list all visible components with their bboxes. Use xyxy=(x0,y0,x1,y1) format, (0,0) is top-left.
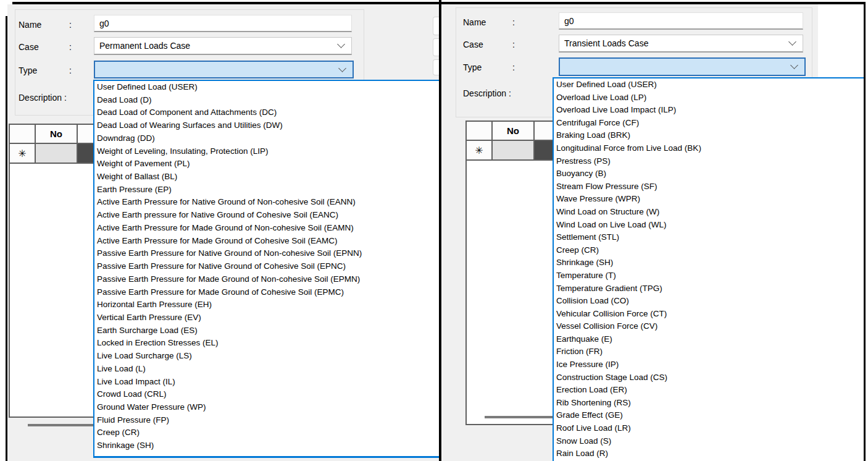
type-option[interactable]: User Defined Load (USER) xyxy=(94,81,440,94)
type-option[interactable]: Construction Stage Load (CS) xyxy=(554,371,866,384)
type-option[interactable]: Creep (CR) xyxy=(554,244,866,257)
type-option[interactable]: Dead Load of Wearing Surfaces and Utilit… xyxy=(94,119,440,132)
grid-body[interactable] xyxy=(10,164,94,417)
grid-no-header[interactable]: No xyxy=(493,122,533,140)
type-option[interactable]: Wave Pressure (WPR) xyxy=(554,193,866,206)
type-option[interactable]: Centrifugal Force (CF) xyxy=(554,117,866,130)
type-option[interactable]: Buoyancy (B) xyxy=(554,167,866,180)
type-option[interactable]: Roof Live Load (LR) xyxy=(554,422,866,435)
splitter-handle[interactable] xyxy=(485,416,553,418)
type-option[interactable]: User Defined Load (USER) xyxy=(554,78,866,91)
chevron-down-icon xyxy=(337,40,345,48)
partial-button[interactable] xyxy=(433,59,439,75)
type-option[interactable]: Dead Load of Component and Attachments (… xyxy=(94,106,440,119)
type-option[interactable]: Downdrag (DD) xyxy=(94,132,440,145)
type-colon: : xyxy=(512,62,515,72)
name-input[interactable] xyxy=(559,12,803,30)
type-option[interactable]: Live Load (L) xyxy=(94,363,440,376)
grid-no-header[interactable]: No xyxy=(36,125,77,143)
type-option[interactable]: Wind Load on Live Load (WL) xyxy=(554,219,866,232)
type-combobox[interactable] xyxy=(94,61,354,78)
description-label: Description : xyxy=(19,93,67,103)
type-option[interactable]: Active Earth pressure for Native Ground … xyxy=(94,209,440,222)
case-colon: : xyxy=(512,40,515,49)
type-option[interactable]: Creep (CR) xyxy=(94,426,440,439)
case-combobox[interactable]: Permanent Loads Case xyxy=(94,37,352,55)
type-option[interactable]: Earthquake (E) xyxy=(554,333,866,346)
splitter-handle[interactable] xyxy=(28,424,93,426)
partial-button[interactable] xyxy=(433,38,439,56)
type-option[interactable]: Ice Pressure (IP) xyxy=(554,358,866,371)
type-option[interactable]: Stream Flow Pressure (SF) xyxy=(554,180,866,193)
type-option[interactable]: Dead Load (D) xyxy=(94,94,440,107)
type-option[interactable]: Shrinkage (SH) xyxy=(94,439,440,452)
load-cases-grid: No ✳ xyxy=(465,121,553,425)
type-option[interactable]: Temperature (T) xyxy=(554,269,866,282)
type-option[interactable]: Passive Earth Pressure for Made Ground o… xyxy=(94,273,440,286)
type-option[interactable]: Crowd Load (CRL) xyxy=(94,388,440,401)
new-row-marker-cell[interactable]: ✳ xyxy=(10,144,35,163)
type-option[interactable]: Vessel Collision Force (CV) xyxy=(554,320,866,333)
type-option[interactable]: Weight of Pavement (PL) xyxy=(94,158,440,171)
type-option[interactable]: Active Earth Pressure for Native Ground … xyxy=(94,196,440,209)
type-option[interactable]: Wind Load on Structure (W) xyxy=(554,206,866,219)
type-option[interactable]: Fluid Pressure (FP) xyxy=(94,414,440,427)
type-option[interactable]: Active Earth Pressure for Made Ground of… xyxy=(94,222,440,235)
grid-corner-cell[interactable] xyxy=(10,125,35,143)
grid-extra-header[interactable] xyxy=(78,125,94,143)
type-option[interactable]: Passive Earth Pressure for Made Ground o… xyxy=(94,286,440,299)
type-dropdown-list: User Defined Load (USER)Overload Live Lo… xyxy=(553,77,866,461)
type-option[interactable]: Vertical Earth Pressure (EV) xyxy=(94,311,440,324)
type-option[interactable]: Temperature Gradient (TPG) xyxy=(554,282,866,295)
chevron-down-icon xyxy=(790,61,798,69)
grid-corner-cell[interactable] xyxy=(467,122,491,140)
type-option[interactable]: Horizontal Earth Pressure (EH) xyxy=(94,298,440,311)
type-label: Type xyxy=(19,66,37,75)
grid-extra-header[interactable] xyxy=(535,122,553,140)
type-combobox[interactable] xyxy=(559,57,806,76)
type-option[interactable]: Earth Pressure (EP) xyxy=(94,184,440,197)
type-option[interactable]: Erection Load (ER) xyxy=(554,384,866,397)
description-label: Description : xyxy=(463,88,511,98)
frame-left-line xyxy=(6,16,7,461)
type-option[interactable]: Passive Earth Pressure for Native Ground… xyxy=(94,247,440,260)
type-option[interactable]: Prestress (PS) xyxy=(554,155,866,168)
type-option[interactable]: Collision Load (CO) xyxy=(554,295,866,308)
type-option[interactable]: Snow Load (S) xyxy=(554,435,866,448)
type-option[interactable]: Weight of Leveling, Insulating, Protecti… xyxy=(94,145,440,158)
type-option[interactable]: Passive Earth Pressure for Native Ground… xyxy=(94,260,440,273)
type-option[interactable]: Vehicular Collision Force (CT) xyxy=(554,308,866,321)
type-option[interactable]: Earth Surcharge Load (ES) xyxy=(94,324,440,337)
grid-cell-selected[interactable] xyxy=(78,144,94,163)
type-option[interactable]: Overload Live Load Impact (ILP) xyxy=(554,104,866,117)
name-input[interactable] xyxy=(94,15,352,32)
type-option[interactable]: Rain Load (R) xyxy=(554,447,866,460)
grid-cell-selected[interactable] xyxy=(535,141,553,159)
type-option[interactable]: Longitudinal Force from Live Load (BK) xyxy=(554,142,866,155)
type-colon: : xyxy=(69,66,72,75)
type-label: Type xyxy=(463,62,482,72)
grid-cell[interactable] xyxy=(36,144,77,163)
type-option[interactable]: Weight of Ballast (BL) xyxy=(94,171,440,184)
type-option[interactable]: Rib Shortening (RS) xyxy=(554,397,866,410)
frame-center-divider xyxy=(439,0,441,461)
new-row-marker-cell[interactable]: ✳ xyxy=(467,141,491,159)
grid-cell[interactable] xyxy=(493,141,533,159)
type-option[interactable]: Overload Live Load (LP) xyxy=(554,91,866,104)
type-option[interactable]: Live Load Impact (IL) xyxy=(94,376,440,389)
grid-body[interactable] xyxy=(467,161,553,424)
partial-button[interactable] xyxy=(433,17,439,35)
type-dropdown-list: User Defined Load (USER)Dead Load (D)Dea… xyxy=(93,80,440,458)
type-option[interactable]: Braking Load (BRK) xyxy=(554,129,866,142)
type-option[interactable]: Active Earth Pressure for Made Ground of… xyxy=(94,235,440,248)
type-option[interactable]: Settlement (STL) xyxy=(554,231,866,244)
type-option[interactable]: Ground Water Pressure (WP) xyxy=(94,401,440,414)
chevron-down-icon xyxy=(788,38,796,46)
type-option[interactable]: Live Load Surcharge (LS) xyxy=(94,350,440,363)
type-option[interactable]: Grade Effect (GE) xyxy=(554,409,866,422)
type-option[interactable]: Locked in Erection Stresses (EL) xyxy=(94,337,440,350)
type-option[interactable]: Shrinkage (SH) xyxy=(554,256,866,269)
frame-right-line xyxy=(864,3,866,461)
case-combobox[interactable]: Transient Loads Case xyxy=(559,35,803,53)
type-option[interactable]: Friction (FR) xyxy=(554,345,866,358)
